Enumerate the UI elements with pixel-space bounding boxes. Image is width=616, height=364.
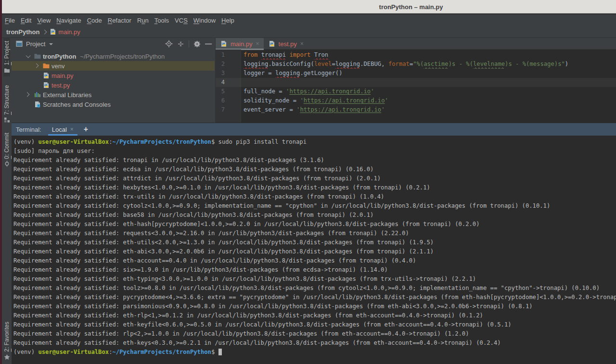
python-file-icon: [43, 72, 50, 79]
breadcrumb-project[interactable]: tronPython: [6, 28, 39, 36]
terminal-output[interactable]: (venv) user@user-VirtualBox:~/PycharmPro…: [12, 136, 616, 364]
tab-test-py-label: test.py: [279, 40, 297, 48]
project-tool-icon: [4, 67, 10, 74]
terminal-line: Requirement already satisfied: eth-hash[…: [13, 220, 616, 229]
tree-row-external-libraries[interactable]: External Libraries: [12, 90, 215, 100]
tree-root-label: tronPython: [43, 53, 76, 60]
project-panel-header: Project —: [12, 38, 215, 50]
commit-tool-icon: [4, 161, 10, 167]
terminal-header: Terminal: Local × +: [12, 123, 616, 136]
terminal-line: Requirement already satisfied: eth-keys<…: [13, 339, 616, 348]
terminal-line: Requirement already satisfied: parsimoni…: [13, 302, 616, 311]
python-file-icon: [50, 28, 56, 35]
code-line: logging.basicConfig(level=logging.DEBUG,…: [244, 60, 616, 69]
project-view-icon: [16, 40, 23, 47]
structure-tool-icon: [4, 117, 10, 123]
terminal-line: Requirement already satisfied: six>=1.9.…: [13, 265, 616, 275]
terminal-line: Requirement already satisfied: eth-accou…: [13, 256, 616, 265]
tree-scratches-label: Scratches and Consoles: [43, 101, 111, 108]
locate-file-icon[interactable]: [165, 40, 173, 48]
tab-main-py-label: main.py: [231, 40, 253, 48]
tool-button-favorites[interactable]: 2: Favorites: [3, 319, 10, 364]
menu-run[interactable]: Run: [134, 17, 152, 24]
project-tree: tronPython~/PycharmProjects/tronPython v…: [12, 51, 215, 123]
window-title-bar[interactable]: tronPython – main.py: [2, 0, 616, 13]
terminal-line: Requirement already satisfied: eth-keyfi…: [13, 320, 616, 329]
terminal-line: Requirement already satisfied: toolz>=0.…: [13, 284, 616, 293]
terminal-line: Requirement already satisfied: ecdsa in …: [13, 165, 616, 174]
chevron-right-icon[interactable]: [34, 63, 39, 68]
breadcrumb-file[interactable]: main.py: [58, 28, 80, 36]
chevron-down-icon[interactable]: [26, 53, 31, 58]
terminal-tab-local[interactable]: Local ×: [48, 123, 77, 136]
python-file-icon: [43, 82, 50, 88]
close-tab-icon[interactable]: ×: [256, 40, 259, 47]
pycharm-window: tronPython – main.py File Edit View Navi…: [0, 0, 616, 364]
window-title: tronPython – main.py: [379, 3, 443, 10]
code-content[interactable]: from tronapi import Tron logging.basicCo…: [244, 50, 616, 114]
folder-icon: [34, 53, 41, 59]
tool-button-structure[interactable]: 7: Structure: [3, 82, 10, 126]
project-panel: Project — tronPython~/PycharmProjects/tr…: [12, 38, 215, 123]
menu-code[interactable]: Code: [84, 17, 105, 24]
tool-window-bar-left: 1: Project 7: Structure 0: Commit 2: Fav…: [2, 38, 12, 364]
tree-row-test-py[interactable]: test.py: [12, 80, 215, 90]
code-line: event_server = 'https://api.trongrid.io': [244, 105, 616, 114]
terminal-line: [sudo] пароль для user:: [13, 147, 616, 156]
tab-test-py[interactable]: test.py ×: [264, 38, 308, 50]
editor-tab-bar: main.py × test.py ×: [216, 38, 616, 50]
terminal-line: (venv) user@user-VirtualBox:~/PycharmPro…: [13, 348, 616, 357]
terminal-panel: Terminal: Local × + (venv) user@user-Vir…: [12, 123, 616, 364]
menu-help[interactable]: Help: [218, 17, 237, 24]
menu-tools[interactable]: Tools: [152, 17, 172, 24]
favorites-star-icon: [4, 354, 10, 360]
terminal-line: Requirement already satisfied: rlp<2,>=1…: [13, 329, 616, 339]
gear-icon[interactable]: [193, 40, 201, 48]
python-file-icon: [220, 40, 227, 47]
terminal-line: Requirement already satisfied: trx-utils…: [13, 192, 616, 201]
terminal-line: Requirement already satisfied: cytoolz<1…: [13, 201, 616, 211]
tree-test-py-label: test.py: [51, 82, 70, 89]
line-numbers: 1 2 3 4 5 6 7: [216, 50, 225, 114]
menu-navigate[interactable]: Navigate: [53, 17, 84, 24]
desktop-edge-strip: [0, 0, 2, 364]
tab-main-py[interactable]: main.py ×: [216, 38, 264, 50]
tree-venv-label: venv: [51, 63, 64, 70]
libraries-icon: [34, 91, 41, 98]
tree-row-scratches[interactable]: Scratches and Consoles: [12, 100, 215, 109]
tree-row-main-py[interactable]: main.py: [12, 71, 215, 80]
header-separator: [189, 40, 189, 48]
project-panel-dropdown-icon[interactable]: [49, 43, 53, 45]
menu-edit[interactable]: Edit: [18, 17, 34, 24]
collapse-all-icon[interactable]: [177, 40, 184, 48]
tree-external-libraries-label: External Libraries: [43, 91, 91, 99]
code-line: [244, 78, 616, 87]
terminal-line: Requirement already satisfied: tronapi i…: [13, 156, 616, 165]
terminal-line: Requirement already satisfied: attrdict …: [13, 174, 616, 183]
tree-row-root[interactable]: tronPython~/PycharmProjects/tronPython: [12, 51, 215, 61]
chevron-right-icon[interactable]: [25, 92, 30, 97]
menu-view[interactable]: View: [34, 17, 53, 24]
tool-button-commit[interactable]: 0: Commit: [3, 130, 10, 170]
menu-window[interactable]: Window: [191, 17, 218, 24]
terminal-line: (venv) user@user-VirtualBox:~/PycharmPro…: [13, 138, 616, 147]
hide-panel-icon[interactable]: —: [205, 41, 212, 46]
code-line: solidity_node = 'https://api.trongrid.io…: [244, 96, 616, 105]
tree-row-venv[interactable]: venv: [12, 61, 215, 71]
menu-file[interactable]: File: [2, 17, 18, 24]
code-line: from tronapi import Tron: [244, 50, 616, 60]
close-tab-icon[interactable]: ×: [300, 40, 304, 47]
menu-bar: File Edit View Navigate Code Refactor Ru…: [2, 13, 616, 26]
menu-vcs[interactable]: VCS: [172, 17, 191, 24]
terminal-line: Requirement already satisfied: base58 in…: [13, 211, 616, 220]
terminal-line: Requirement already satisfied: eth-utils…: [13, 238, 616, 247]
close-terminal-tab-icon[interactable]: ×: [70, 126, 74, 133]
terminal-line: Requirement already satisfied: requests<…: [13, 229, 616, 238]
tree-main-py-label: main.py: [51, 72, 74, 79]
terminal-line: Requirement already satisfied: eth-rlp<1…: [13, 311, 616, 320]
project-panel-title[interactable]: Project: [26, 40, 45, 48]
menu-refactor[interactable]: Refactor: [105, 17, 134, 24]
tool-button-project[interactable]: 1: Project: [3, 38, 10, 76]
new-terminal-session-icon[interactable]: +: [84, 125, 88, 134]
excluded-folder-icon: [43, 63, 50, 69]
